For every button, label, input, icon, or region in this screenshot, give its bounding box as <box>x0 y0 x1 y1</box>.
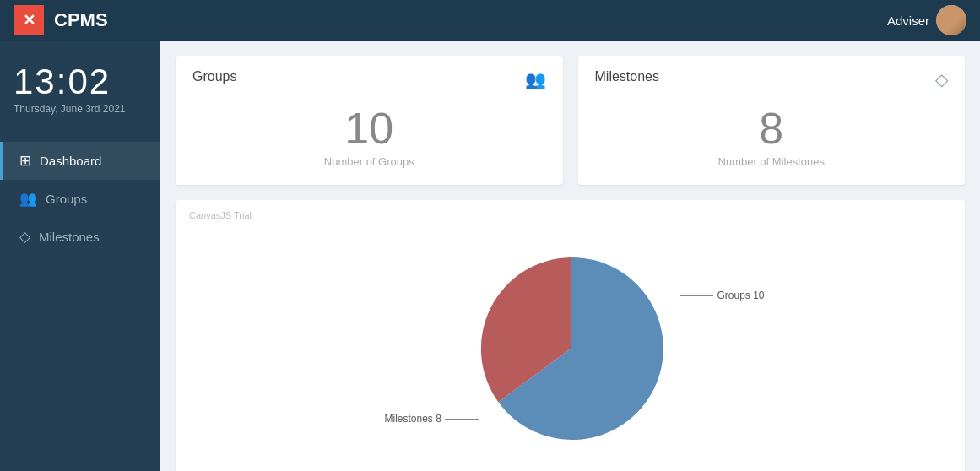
milestones-chart-label: Milestones 8 <box>385 413 479 425</box>
sidebar-item-dashboard[interactable]: ⊞ Dashboard <box>0 142 160 180</box>
app-title: CPMS <box>54 9 887 31</box>
groups-card-label: Number of Groups <box>192 155 546 168</box>
adviser-name: Adviser <box>887 14 929 28</box>
time-section: 13:02 Thursday, June 3rd 2021 <box>0 51 160 122</box>
groups-icon: 👥 <box>19 190 37 208</box>
milestones-icon: ◇ <box>19 228 30 246</box>
avatar <box>936 5 966 35</box>
milestones-card-label: Number of Milestones <box>595 155 949 168</box>
top-nav: ✕ CPMS Adviser <box>0 0 980 41</box>
content-area: Groups 👥 10 Number of Groups Milestones … <box>160 41 980 471</box>
milestones-card: Milestones ◇ 8 Number of Milestones <box>578 56 966 185</box>
clock-date: Thursday, June 3rd 2021 <box>14 103 147 115</box>
chart-container: Groups 10 Milestones 8 <box>189 214 951 471</box>
milestones-card-icon: ◇ <box>935 69 948 89</box>
groups-card-icon: 👥 <box>525 69 546 89</box>
milestones-card-header: Milestones ◇ <box>595 69 949 89</box>
groups-card-header: Groups 👥 <box>192 69 546 89</box>
sidebar-item-groups[interactable]: 👥 Groups <box>0 180 160 218</box>
sidebar-item-label-milestones: Milestones <box>39 230 100 244</box>
adviser-section: Adviser <box>887 5 966 35</box>
cards-row: Groups 👥 10 Number of Groups Milestones … <box>176 56 965 185</box>
sidebar-item-label-dashboard: Dashboard <box>40 154 101 168</box>
groups-chart-label: Groups 10 <box>680 290 764 301</box>
sidebar-item-milestones[interactable]: ◇ Milestones <box>0 218 160 256</box>
close-button[interactable]: ✕ <box>14 5 44 35</box>
clock-time: 13:02 <box>14 64 147 100</box>
chart-card: CanvasJS Trial <box>176 200 965 471</box>
groups-card-title: Groups <box>192 69 236 84</box>
groups-card: Groups 👥 10 Number of Groups <box>176 56 563 185</box>
main-layout: 13:02 Thursday, June 3rd 2021 ⊞ Dashboar… <box>0 41 980 471</box>
pie-chart <box>469 247 672 450</box>
sidebar-nav: ⊞ Dashboard 👥 Groups ◇ Milestones <box>0 142 160 256</box>
avatar-image <box>936 5 966 35</box>
milestones-card-title: Milestones <box>595 69 659 84</box>
sidebar: 13:02 Thursday, June 3rd 2021 ⊞ Dashboar… <box>0 41 160 471</box>
dashboard-icon: ⊞ <box>19 152 31 170</box>
sidebar-item-label-groups: Groups <box>46 192 87 206</box>
chart-trial-label: CanvasJS Trial <box>189 210 252 220</box>
groups-card-number: 10 <box>192 106 546 150</box>
milestones-card-number: 8 <box>595 106 949 150</box>
